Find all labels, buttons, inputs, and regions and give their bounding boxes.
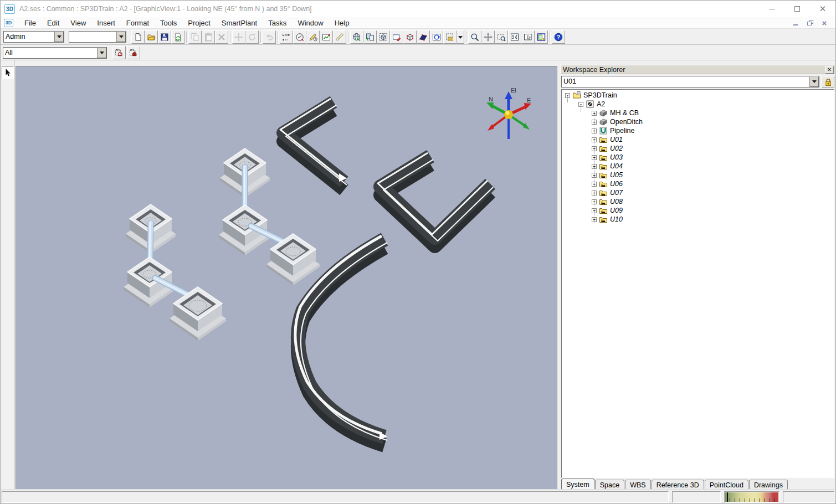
pipe[interactable]: [244, 167, 245, 210]
smartsketch-list-button[interactable]: [320, 30, 333, 44]
named-views-dropdown-button[interactable]: [457, 30, 464, 44]
permission-group-combo[interactable]: Admin: [3, 31, 64, 43]
window-maximize-button[interactable]: [784, 1, 810, 17]
menu-edit[interactable]: Edit: [42, 18, 65, 28]
lock-button[interactable]: [822, 76, 834, 88]
tree-item-a2[interactable]: -A2: [562, 100, 834, 109]
help-button[interactable]: ?: [552, 30, 565, 44]
undo-button[interactable]: [263, 30, 276, 44]
tab-space[interactable]: Space: [595, 480, 624, 489]
zoom-area-button[interactable]: [495, 30, 508, 44]
menu-insert[interactable]: Insert: [91, 18, 121, 28]
view-by-volume-button[interactable]: [403, 30, 417, 44]
workspace-explorer-close-button[interactable]: ✕: [825, 66, 834, 74]
tree-item-pipeline[interactable]: +Pipeline: [562, 126, 834, 135]
menu-tools[interactable]: Tools: [155, 18, 182, 28]
common-views-button[interactable]: [521, 30, 535, 44]
tree-item-u03[interactable]: +U03: [562, 153, 834, 162]
tab-drawings[interactable]: Drawings: [749, 480, 788, 489]
menu-tasks[interactable]: Tasks: [263, 18, 292, 28]
clip-by-volume-button[interactable]: [377, 30, 390, 44]
chevron-down-icon[interactable]: [116, 32, 126, 42]
tab-pointcloud[interactable]: PointCloud: [705, 480, 748, 489]
locate-filter-above-icon: [115, 48, 124, 57]
main-toolbar: Admin E,N?: [1, 29, 835, 45]
pan-button[interactable]: [481, 30, 495, 44]
move-button[interactable]: [232, 30, 245, 44]
tree-item-openditch[interactable]: +OpenDitch: [562, 117, 834, 126]
tree-item-u09[interactable]: +U09: [562, 206, 834, 215]
graphic-view[interactable]: ElNE: [16, 66, 557, 490]
tree-item-u02[interactable]: +U02: [562, 144, 834, 153]
copy-button[interactable]: [188, 30, 202, 44]
pinpoint-button[interactable]: E,N: [280, 30, 293, 44]
named-views-button[interactable]: [443, 30, 457, 44]
orientation-compass[interactable]: ElNE: [486, 87, 531, 139]
named-views-icon: [445, 33, 454, 42]
tree-item-u06[interactable]: +U06: [562, 179, 834, 188]
locate-filter-combo[interactable]: All: [3, 47, 107, 59]
define-workspace-button[interactable]: [350, 30, 363, 44]
point-along-button[interactable]: [293, 30, 306, 44]
tree-item-sp3dtrain[interactable]: -SP3DTrain: [562, 91, 834, 100]
mdi-minimize-button[interactable]: [790, 19, 801, 27]
tree-connector: [567, 96, 568, 103]
chevron-down-icon[interactable]: [97, 48, 106, 58]
format-view-button[interactable]: [390, 30, 403, 44]
clip-by-plane-button[interactable]: [417, 30, 430, 44]
tree-item-label: U06: [610, 180, 623, 188]
mdi-close-button[interactable]: ×: [819, 19, 830, 27]
menu-file[interactable]: File: [19, 18, 42, 28]
open-folder-button[interactable]: [145, 30, 158, 44]
measure-button[interactable]: [333, 30, 346, 44]
measure-icon: [335, 33, 344, 42]
window-close-button[interactable]: ✕: [810, 1, 835, 17]
refresh-view-button[interactable]: [363, 30, 377, 44]
menu-window[interactable]: Window: [292, 18, 329, 28]
pan-icon: [484, 33, 493, 42]
chevron-down-icon[interactable]: [54, 32, 64, 42]
chevron-down-icon[interactable]: [809, 76, 819, 87]
tab-reference-3d[interactable]: Reference 3D: [652, 480, 704, 489]
manhole-box[interactable]: [170, 287, 226, 341]
tree-item-mh-cb[interactable]: +MH & CB: [562, 109, 834, 117]
mdi-restore-button[interactable]: [804, 19, 816, 27]
zoom-tool-button[interactable]: [468, 30, 481, 44]
tree-item-u05[interactable]: +U05: [562, 171, 834, 179]
smartsketch-options-button[interactable]: [306, 30, 320, 44]
locate-filter-above-button[interactable]: [112, 46, 126, 59]
window-minimize-button[interactable]: [759, 1, 784, 17]
rotate-button[interactable]: [245, 30, 259, 44]
menu-smartplant[interactable]: SmartPlant: [216, 18, 263, 28]
style-combo[interactable]: [69, 31, 126, 43]
manhole-box[interactable]: [266, 234, 320, 285]
tree-item-u01[interactable]: +U01: [562, 135, 834, 144]
save-button[interactable]: [158, 30, 171, 44]
tree-item-u08[interactable]: +U08: [562, 197, 834, 206]
open-ditch-u[interactable]: [378, 153, 493, 246]
refresh-workspace-button[interactable]: [171, 30, 184, 44]
menu-format[interactable]: Format: [121, 18, 155, 28]
unit-icon: [599, 153, 608, 162]
workspace-explorer-header: Workspace Explorer ✕: [560, 65, 835, 74]
new-document-button[interactable]: [131, 30, 145, 44]
tree-item-u04[interactable]: +U04: [562, 162, 834, 171]
rotate-view-button[interactable]: [430, 30, 443, 44]
tab-system[interactable]: System: [561, 479, 594, 489]
workspace-filter-combo[interactable]: U01: [561, 76, 819, 88]
delete-button[interactable]: [215, 30, 228, 44]
new-document-icon: [134, 33, 142, 42]
menu-help[interactable]: Help: [329, 18, 355, 28]
menu-project[interactable]: Project: [182, 18, 216, 28]
paste-button[interactable]: [202, 30, 215, 44]
fit-button[interactable]: [508, 30, 521, 44]
tree-item-u10[interactable]: +U10: [562, 215, 834, 224]
style-combo-value: [69, 32, 116, 42]
locate-filter-inside-button[interactable]: [127, 46, 140, 59]
tree-item-u07[interactable]: +U07: [562, 188, 834, 197]
open-ditch-l[interactable]: [280, 99, 347, 190]
looking-at-view-button[interactable]: [535, 30, 548, 44]
tab-wbs[interactable]: WBS: [625, 480, 650, 489]
menu-view[interactable]: View: [65, 18, 91, 28]
select-tool-button[interactable]: [2, 66, 14, 79]
